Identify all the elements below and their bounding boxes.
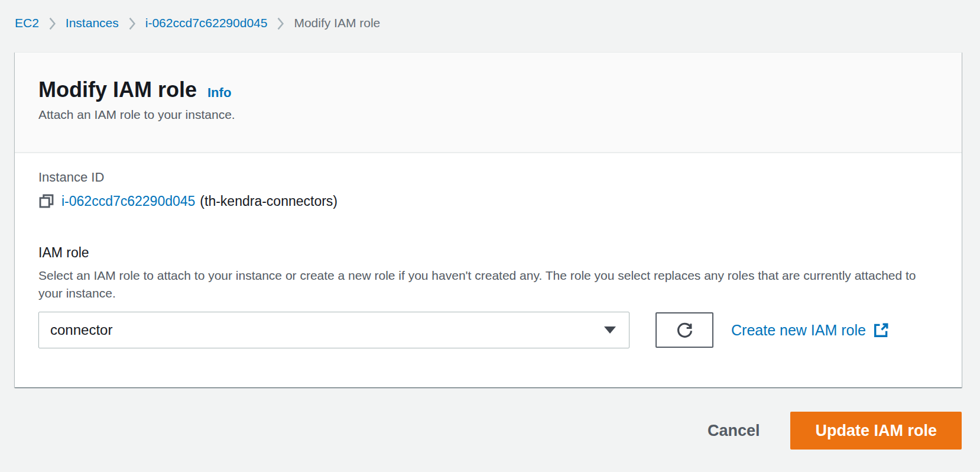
panel-content: Instance ID i-062ccd7c62290d045 (th-kend… (15, 153, 962, 387)
modify-iam-role-panel: Modify IAM role Info Attach an IAM role … (15, 52, 962, 387)
breadcrumb-separator-icon (277, 16, 284, 30)
iam-role-label: IAM role (38, 244, 938, 261)
breadcrumb-item-current: Modify IAM role (294, 15, 380, 31)
instance-id-label: Instance ID (38, 170, 938, 185)
iam-role-description: Select an IAM role to attach to your ins… (38, 267, 925, 302)
footer-actions: Cancel Update IAM role (0, 412, 980, 450)
instance-id-link[interactable]: i-062ccd7c62290d045 (61, 192, 195, 210)
panel-header: Modify IAM role Info Attach an IAM role … (15, 53, 962, 153)
create-new-iam-role-label: Create new IAM role (731, 322, 866, 339)
create-new-iam-role-link[interactable]: Create new IAM role (731, 322, 889, 339)
info-link[interactable]: Info (207, 85, 231, 101)
chevron-down-caret-icon (604, 326, 616, 334)
breadcrumb-item-ec2[interactable]: EC2 (15, 15, 39, 31)
iam-role-selected-value: connector (50, 322, 112, 338)
breadcrumb-item-instances[interactable]: Instances (66, 15, 119, 31)
external-link-icon (873, 322, 889, 338)
breadcrumb-separator-icon (128, 16, 136, 30)
iam-role-select-row: connector Create new IAM role (38, 312, 938, 348)
cancel-button[interactable]: Cancel (708, 422, 760, 440)
iam-role-select[interactable]: connector (38, 312, 629, 348)
page-title: Modify IAM role (38, 77, 197, 102)
copy-icon[interactable] (38, 193, 54, 209)
refresh-icon (675, 321, 695, 340)
panel-subtitle: Attach an IAM role to your instance. (38, 107, 938, 122)
breadcrumb-item-instance-id[interactable]: i-062ccd7c62290d045 (145, 15, 268, 31)
update-iam-role-button[interactable]: Update IAM role (790, 412, 962, 450)
refresh-button[interactable] (656, 312, 713, 348)
instance-name: (th-kendra-connectors) (200, 192, 338, 210)
instance-id-row: i-062ccd7c62290d045 (th-kendra-connector… (38, 192, 938, 210)
breadcrumb-separator-icon (48, 16, 56, 30)
breadcrumb: EC2 Instances i-062ccd7c62290d045 Modify… (0, 0, 980, 31)
